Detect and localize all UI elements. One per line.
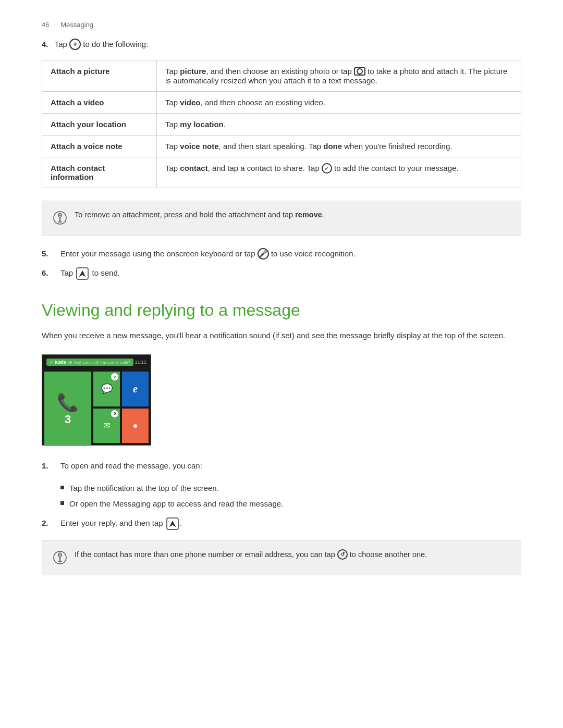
- notification-bubble: Katie Hi Jen! Lunch @ the corner café?: [46, 359, 133, 366]
- tile-other: ●: [122, 409, 149, 443]
- phone-screenshot: Katie Hi Jen! Lunch @ the corner café? 1…: [42, 354, 151, 446]
- tile-phone-num: 3: [65, 413, 71, 426]
- table-row: Attach your location Tap my location.: [42, 114, 521, 135]
- table-row: Attach contactinformation Tap contact, a…: [42, 157, 521, 188]
- bullet-icon: [60, 486, 64, 489]
- table-cell-desc: Tap my location.: [157, 114, 521, 135]
- tile-phone: 📞 3: [44, 372, 91, 446]
- tip-icon-1: [53, 211, 67, 227]
- tip-text-2: If the contact has more than one phone n…: [75, 549, 427, 561]
- page-number: 46: [42, 21, 49, 29]
- bullet-text: Or open the Messaging app to access and …: [69, 498, 283, 510]
- viewing-step1: 1. To open and read the message, you can…: [42, 460, 521, 472]
- svg-point-4: [59, 215, 61, 216]
- tile-grid: 💬 2 e ✉ 5 ●: [93, 372, 149, 443]
- bold-contact: contact: [180, 164, 207, 172]
- table-cell-label: Attach a picture: [42, 60, 157, 92]
- svg-point-13: [59, 554, 61, 556]
- step4-intro: 4. Tap + to do the following:: [42, 39, 521, 51]
- notif-time: 11:12: [134, 360, 146, 365]
- step5-text: Enter your message using the onscreen ke…: [60, 248, 356, 260]
- table-row: Attach a picture Tap picture, and then c…: [42, 60, 521, 92]
- tile-email-badge: 5: [111, 410, 118, 417]
- bullet-icon: [60, 501, 64, 505]
- bold-remove: remove: [295, 211, 322, 219]
- tile-email: ✉ 5: [93, 409, 120, 443]
- send-icon-2: [166, 517, 179, 530]
- table-cell-desc: Tap voice note, and then start speaking.…: [157, 135, 521, 157]
- camera-icon: [354, 67, 365, 76]
- steps-list: 5. Enter your message using the onscreen…: [42, 248, 521, 280]
- bullet-text: Tap the notification at the top of the s…: [69, 483, 219, 495]
- tile-message-badge: 2: [111, 373, 118, 380]
- contact-icon: ↺: [337, 549, 348, 560]
- vstep1-num: 1.: [42, 460, 54, 472]
- step4-num: 4.: [42, 40, 48, 48]
- tile-message: 💬 2: [93, 372, 120, 406]
- vstep2-text: Enter your reply, and then tap .: [60, 517, 182, 530]
- phone-symbol: 📞: [57, 392, 79, 413]
- step5-num: 5.: [42, 248, 54, 260]
- tip-icon-2: [53, 550, 67, 566]
- tile-ie: e: [122, 372, 149, 406]
- notification-bar: Katie Hi Jen! Lunch @ the corner café? 1…: [42, 355, 151, 369]
- vstep1-text: To open and read the message, you can:: [60, 460, 202, 472]
- svg-marker-8: [170, 521, 175, 526]
- page-number-line: 46 Messaging: [42, 21, 521, 29]
- step6-num: 6.: [42, 267, 54, 280]
- table-cell-label: Attach contactinformation: [42, 157, 157, 188]
- list-item: Or open the Messaging app to access and …: [60, 498, 521, 510]
- step6: 6. Tap to send.: [42, 267, 521, 280]
- list-item: Tap the notification at the top of the s…: [60, 483, 521, 495]
- section-label: Messaging: [60, 21, 93, 29]
- viewing-steps: 1. To open and read the message, you can…: [42, 460, 521, 472]
- table-cell-desc: Tap picture, and then choose an existing…: [157, 60, 521, 92]
- sub-steps: Tap the notification at the top of the s…: [60, 483, 521, 510]
- table-row: Attach a video Tap video, and then choos…: [42, 92, 521, 114]
- viewing-step2-list: 2. Enter your reply, and then tap .: [42, 517, 521, 530]
- check-circle-icon: ✓: [322, 163, 332, 174]
- table-cell-label: Attach a voice note: [42, 135, 157, 157]
- notif-msg: Hi Jen! Lunch @ the corner café?: [68, 360, 130, 365]
- table-row: Attach a voice note Tap voice note, and …: [42, 135, 521, 157]
- voice-icon: 🎤: [258, 248, 269, 260]
- bold-video: video: [180, 98, 200, 107]
- bold-voicenote: voice note: [180, 142, 218, 151]
- table-cell-label: Attach a video: [42, 92, 157, 114]
- tip-text-1: To remove an attachment, press and hold …: [75, 209, 324, 221]
- viewing-step2: 2. Enter your reply, and then tap .: [42, 517, 521, 530]
- attach-options-table: Attach a picture Tap picture, and then c…: [42, 60, 521, 188]
- step5: 5. Enter your message using the onscreen…: [42, 248, 521, 260]
- section-intro: When you receive a new message, you'll h…: [42, 329, 521, 342]
- svg-marker-6: [80, 271, 85, 276]
- phone-tiles: 📞 3 💬 2 e ✉ 5 ●: [42, 369, 151, 445]
- send-icon: [76, 267, 89, 280]
- bold-location: my location: [180, 120, 223, 129]
- table-cell-label: Attach your location: [42, 114, 157, 135]
- section-heading: Viewing and replying to a message: [42, 301, 521, 320]
- table-cell-desc: Tap video, and then choose an existing v…: [157, 92, 521, 114]
- notif-name: Katie: [55, 360, 66, 365]
- tip-box-1: To remove an attachment, press and hold …: [42, 201, 521, 236]
- table-cell-desc: Tap contact, and tap a contact to share.…: [157, 157, 521, 188]
- tip-box-2: If the contact has more than one phone n…: [42, 540, 521, 575]
- step6-text: Tap to send.: [60, 267, 120, 280]
- bold-done: done: [323, 142, 342, 151]
- vstep2-num: 2.: [42, 517, 54, 530]
- attach-icon: +: [69, 39, 81, 50]
- bold-picture: picture: [180, 67, 206, 76]
